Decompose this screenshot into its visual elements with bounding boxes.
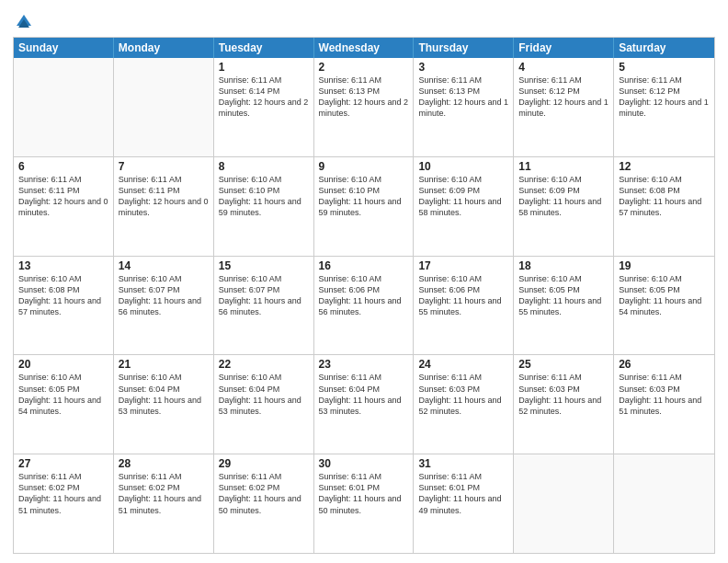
cal-cell-day-30: 30Sunrise: 6:11 AM Sunset: 6:01 PM Dayli… — [314, 454, 415, 553]
cell-info: Sunrise: 6:11 AM Sunset: 6:14 PM Dayligh… — [219, 75, 309, 120]
cell-info: Sunrise: 6:11 AM Sunset: 6:03 PM Dayligh… — [619, 372, 710, 417]
cal-cell-day-14: 14Sunrise: 6:10 AM Sunset: 6:07 PM Dayli… — [114, 257, 214, 355]
day-number: 13 — [18, 259, 108, 272]
header-day-thursday: Thursday — [414, 38, 514, 58]
day-number: 16 — [319, 259, 409, 272]
cal-cell-day-28: 28Sunrise: 6:11 AM Sunset: 6:02 PM Dayli… — [114, 454, 214, 553]
calendar: SundayMondayTuesdayWednesdayThursdayFrid… — [13, 37, 715, 554]
header-day-saturday: Saturday — [614, 38, 714, 58]
cal-cell-day-1: 1Sunrise: 6:11 AM Sunset: 6:14 PM Daylig… — [214, 58, 314, 156]
cal-cell-day-9: 9Sunrise: 6:10 AM Sunset: 6:10 PM Daylig… — [314, 157, 415, 256]
day-number: 21 — [119, 358, 209, 371]
cal-cell-day-2: 2Sunrise: 6:11 AM Sunset: 6:13 PM Daylig… — [314, 58, 415, 156]
cal-cell-day-23: 23Sunrise: 6:11 AM Sunset: 6:04 PM Dayli… — [314, 355, 415, 454]
cal-cell-day-3: 3Sunrise: 6:11 AM Sunset: 6:13 PM Daylig… — [414, 58, 514, 156]
header-day-friday: Friday — [514, 38, 614, 58]
day-number: 19 — [619, 259, 710, 272]
calendar-body: 1Sunrise: 6:11 AM Sunset: 6:14 PM Daylig… — [14, 58, 714, 553]
calendar-week-2: 6Sunrise: 6:11 AM Sunset: 6:11 PM Daylig… — [14, 156, 714, 256]
cell-info: Sunrise: 6:11 AM Sunset: 6:13 PM Dayligh… — [418, 75, 508, 120]
cell-info: Sunrise: 6:11 AM Sunset: 6:11 PM Dayligh… — [18, 174, 108, 219]
day-number: 1 — [219, 61, 309, 74]
cal-cell-day-21: 21Sunrise: 6:10 AM Sunset: 6:04 PM Dayli… — [114, 355, 214, 454]
cell-info: Sunrise: 6:11 AM Sunset: 6:03 PM Dayligh… — [418, 372, 508, 417]
calendar-week-1: 1Sunrise: 6:11 AM Sunset: 6:14 PM Daylig… — [14, 58, 714, 156]
day-number: 10 — [418, 160, 508, 173]
cell-info: Sunrise: 6:10 AM Sunset: 6:05 PM Dayligh… — [619, 273, 710, 318]
cell-info: Sunrise: 6:11 AM Sunset: 6:01 PM Dayligh… — [418, 471, 508, 516]
cal-cell-day-5: 5Sunrise: 6:11 AM Sunset: 6:12 PM Daylig… — [614, 58, 714, 156]
cal-cell-day-26: 26Sunrise: 6:11 AM Sunset: 6:03 PM Dayli… — [614, 355, 714, 454]
cal-cell-day-12: 12Sunrise: 6:10 AM Sunset: 6:08 PM Dayli… — [614, 157, 714, 256]
cal-cell-day-7: 7Sunrise: 6:11 AM Sunset: 6:11 PM Daylig… — [114, 157, 214, 256]
day-number: 23 — [319, 358, 409, 371]
calendar-header: SundayMondayTuesdayWednesdayThursdayFrid… — [14, 38, 714, 58]
day-number: 11 — [518, 160, 609, 173]
day-number: 27 — [18, 457, 108, 470]
day-number: 28 — [119, 457, 209, 470]
header-day-tuesday: Tuesday — [214, 38, 314, 58]
cell-info: Sunrise: 6:11 AM Sunset: 6:04 PM Dayligh… — [319, 372, 409, 417]
day-number: 29 — [219, 457, 309, 470]
day-number: 9 — [319, 160, 409, 173]
header — [13, 9, 715, 31]
cal-cell-day-31: 31Sunrise: 6:11 AM Sunset: 6:01 PM Dayli… — [414, 454, 514, 553]
cal-cell-empty — [614, 454, 714, 553]
cell-info: Sunrise: 6:11 AM Sunset: 6:11 PM Dayligh… — [119, 174, 209, 219]
day-number: 17 — [418, 259, 508, 272]
day-number: 12 — [619, 160, 710, 173]
cell-info: Sunrise: 6:10 AM Sunset: 6:04 PM Dayligh… — [119, 372, 209, 417]
cell-info: Sunrise: 6:10 AM Sunset: 6:08 PM Dayligh… — [18, 273, 108, 318]
cell-info: Sunrise: 6:10 AM Sunset: 6:07 PM Dayligh… — [119, 273, 209, 318]
header-day-sunday: Sunday — [14, 38, 114, 58]
day-number: 4 — [518, 61, 609, 74]
cell-info: Sunrise: 6:11 AM Sunset: 6:12 PM Dayligh… — [619, 75, 710, 120]
header-day-monday: Monday — [114, 38, 214, 58]
cell-info: Sunrise: 6:10 AM Sunset: 6:10 PM Dayligh… — [319, 174, 409, 219]
day-number: 30 — [319, 457, 409, 470]
day-number: 22 — [219, 358, 309, 371]
day-number: 8 — [219, 160, 309, 173]
cal-cell-day-19: 19Sunrise: 6:10 AM Sunset: 6:05 PM Dayli… — [614, 257, 714, 355]
cell-info: Sunrise: 6:11 AM Sunset: 6:12 PM Dayligh… — [518, 75, 609, 120]
day-number: 5 — [619, 61, 710, 74]
cell-info: Sunrise: 6:10 AM Sunset: 6:05 PM Dayligh… — [518, 273, 609, 318]
cell-info: Sunrise: 6:11 AM Sunset: 6:03 PM Dayligh… — [518, 372, 609, 417]
day-number: 2 — [319, 61, 409, 74]
cal-cell-day-29: 29Sunrise: 6:11 AM Sunset: 6:02 PM Dayli… — [214, 454, 314, 553]
cal-cell-empty — [14, 58, 114, 156]
day-number: 6 — [18, 160, 108, 173]
cell-info: Sunrise: 6:10 AM Sunset: 6:06 PM Dayligh… — [319, 273, 409, 318]
cal-cell-day-22: 22Sunrise: 6:10 AM Sunset: 6:04 PM Dayli… — [214, 355, 314, 454]
day-number: 14 — [119, 259, 209, 272]
cell-info: Sunrise: 6:10 AM Sunset: 6:10 PM Dayligh… — [219, 174, 309, 219]
day-number: 26 — [619, 358, 710, 371]
cell-info: Sunrise: 6:11 AM Sunset: 6:13 PM Dayligh… — [319, 75, 409, 120]
cell-info: Sunrise: 6:10 AM Sunset: 6:04 PM Dayligh… — [219, 372, 309, 417]
cal-cell-day-11: 11Sunrise: 6:10 AM Sunset: 6:09 PM Dayli… — [514, 157, 614, 256]
day-number: 25 — [518, 358, 609, 371]
cell-info: Sunrise: 6:10 AM Sunset: 6:08 PM Dayligh… — [619, 174, 710, 219]
cal-cell-empty — [114, 58, 214, 156]
cal-cell-day-20: 20Sunrise: 6:10 AM Sunset: 6:05 PM Dayli… — [14, 355, 114, 454]
cell-info: Sunrise: 6:10 AM Sunset: 6:09 PM Dayligh… — [418, 174, 508, 219]
cell-info: Sunrise: 6:10 AM Sunset: 6:05 PM Dayligh… — [18, 372, 108, 417]
calendar-week-3: 13Sunrise: 6:10 AM Sunset: 6:08 PM Dayli… — [14, 256, 714, 355]
cal-cell-day-8: 8Sunrise: 6:10 AM Sunset: 6:10 PM Daylig… — [214, 157, 314, 256]
cal-cell-day-10: 10Sunrise: 6:10 AM Sunset: 6:09 PM Dayli… — [414, 157, 514, 256]
day-number: 3 — [418, 61, 508, 74]
cal-cell-day-4: 4Sunrise: 6:11 AM Sunset: 6:12 PM Daylig… — [514, 58, 614, 156]
cal-cell-day-25: 25Sunrise: 6:11 AM Sunset: 6:03 PM Dayli… — [514, 355, 614, 454]
cell-info: Sunrise: 6:10 AM Sunset: 6:06 PM Dayligh… — [418, 273, 508, 318]
cell-info: Sunrise: 6:11 AM Sunset: 6:01 PM Dayligh… — [319, 471, 409, 516]
logo — [13, 13, 33, 31]
cal-cell-empty — [514, 454, 614, 553]
day-number: 18 — [518, 259, 609, 272]
cell-info: Sunrise: 6:11 AM Sunset: 6:02 PM Dayligh… — [119, 471, 209, 516]
cal-cell-day-15: 15Sunrise: 6:10 AM Sunset: 6:07 PM Dayli… — [214, 257, 314, 355]
cell-info: Sunrise: 6:10 AM Sunset: 6:09 PM Dayligh… — [518, 174, 609, 219]
day-number: 31 — [418, 457, 508, 470]
cal-cell-day-24: 24Sunrise: 6:11 AM Sunset: 6:03 PM Dayli… — [414, 355, 514, 454]
cal-cell-day-16: 16Sunrise: 6:10 AM Sunset: 6:06 PM Dayli… — [314, 257, 415, 355]
header-day-wednesday: Wednesday — [314, 38, 415, 58]
